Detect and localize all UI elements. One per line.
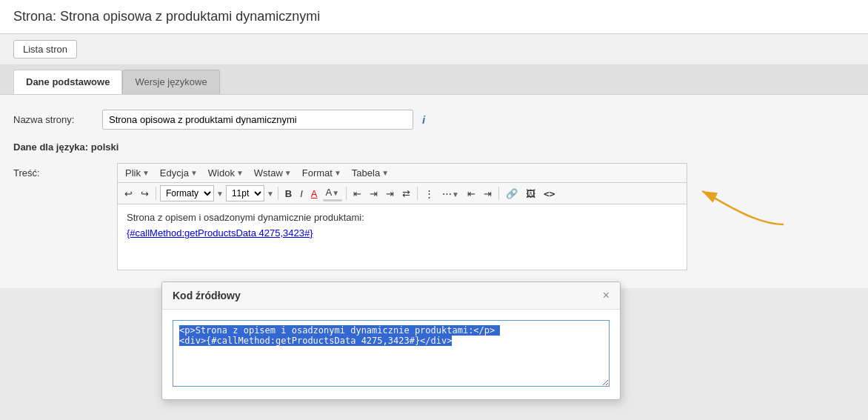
lang-section: Dane dla języka: polski [13, 141, 855, 153]
editor-container: Plik ▼ Edycja ▼ Widok ▼ Wstaw ▼ [117, 163, 687, 270]
nazwa-strony-label: Nazwa strony: [13, 114, 102, 125]
tabs-row: Dane podstawowe Wersje językowe [0, 65, 868, 95]
lang-label: Dane dla języka: polski [13, 141, 855, 153]
editor-menubar: Plik ▼ Edycja ▼ Widok ▼ Wstaw ▼ [117, 163, 687, 182]
font-size-select[interactable]: 11pt [226, 185, 264, 201]
undo-button[interactable]: ↩ [121, 187, 136, 201]
dialog-body: <span class="selected-text"><p>Strona z … [162, 310, 620, 399]
editor-line-2: {#callMethod:getProductsData 4275,3423#} [127, 227, 678, 239]
plik-chevron: ▼ [142, 169, 150, 177]
page-title: Strona: Strona opisowa z produktami dyna… [0, 0, 868, 34]
tabela-chevron: ▼ [381, 169, 389, 177]
dialog-header: Kod źródłowy × [162, 282, 620, 310]
source-textarea[interactable]: <span class="selected-text"><p>Strona z … [173, 320, 610, 387]
tab-dane-podstawowe[interactable]: Dane podstawowe [13, 70, 122, 94]
widok-chevron: ▼ [236, 169, 244, 177]
italic-button[interactable]: I [297, 187, 306, 201]
align-left-button[interactable]: ⇤ [350, 187, 364, 201]
editor-link: {#callMethod:getProductsData 4275,3423#} [127, 227, 313, 239]
arrow-svg [695, 184, 791, 228]
tresc-row: Treść: Plik ▼ Edycja ▼ Widok ▼ [13, 163, 855, 270]
formaty-select[interactable]: Formaty [160, 185, 214, 201]
separator-3 [346, 187, 347, 200]
link-button[interactable]: 🔗 [503, 187, 521, 201]
wstaw-chevron: ▼ [284, 169, 292, 177]
format-chevron: ▼ [334, 169, 341, 177]
edycja-chevron: ▼ [190, 169, 198, 177]
ul-button[interactable]: ⋮ [421, 187, 437, 201]
menu-edycja[interactable]: Edycja ▼ [157, 166, 201, 180]
align-right-button[interactable]: ⇥ [383, 187, 397, 201]
editor-toolbar: ↩ ↪ Formaty ▼ 11pt ▼ B I A A▼ [117, 182, 687, 204]
nazwa-strony-input[interactable] [102, 110, 413, 130]
outdent-button[interactable]: ⇤ [464, 187, 478, 201]
align-center-button[interactable]: ⇥ [367, 187, 381, 201]
menu-plik[interactable]: Plik ▼ [122, 166, 153, 180]
color-chevron: ▼ [332, 189, 339, 197]
ol-chevron: ▼ [452, 190, 459, 199]
menu-format[interactable]: Format ▼ [299, 166, 344, 180]
menu-wstaw[interactable]: Wstaw ▼ [251, 166, 295, 180]
image-button[interactable]: 🖼 [523, 187, 538, 201]
source-button[interactable]: <> [541, 187, 558, 201]
info-icon: i [422, 113, 425, 126]
redo-button[interactable]: ↪ [138, 187, 152, 201]
editor-line-1: Strona z opisem i osadzonymi dynamicznie… [127, 212, 678, 223]
fontsize-chevron: ▼ [267, 190, 274, 198]
dialog-close-button[interactable]: × [603, 290, 610, 301]
formaty-chevron: ▼ [216, 190, 224, 198]
arrow-container [695, 184, 791, 230]
align-justify-button[interactable]: ⇄ [399, 187, 413, 201]
menu-widok[interactable]: Widok ▼ [205, 166, 247, 180]
dialog-title: Kod źródłowy [173, 290, 241, 301]
separator-4 [417, 187, 418, 200]
tresc-label: Treść: [13, 163, 73, 179]
page-title-text: Strona: Strona opisowa z produktami dyna… [13, 9, 320, 24]
nazwa-strony-row: Nazwa strony: i [13, 110, 855, 130]
separator-1 [156, 187, 156, 200]
kod-zrodlowy-dialog: Kod źródłowy × <span class="selected-tex… [161, 281, 621, 400]
font-color-button[interactable]: A [308, 187, 321, 201]
tab-wersje-jezykowe[interactable]: Wersje językowe [122, 70, 219, 94]
top-toolbar: Lista stron [0, 34, 868, 65]
indent-button[interactable]: ⇥ [481, 187, 495, 201]
bg-color-button[interactable]: A▼ [323, 185, 343, 201]
menu-tabela[interactable]: Tabela ▼ [349, 166, 392, 180]
editor-body[interactable]: Strona z opisem i osadzonymi dynamicznie… [117, 204, 687, 270]
separator-5 [498, 187, 499, 200]
content-area: Nazwa strony: i Dane dla języka: polski … [0, 95, 868, 288]
separator-2 [278, 187, 278, 200]
dialog-overlay: Kod źródłowy × <span class="selected-tex… [117, 281, 621, 400]
lista-stron-button[interactable]: Lista stron [13, 40, 77, 59]
bold-button[interactable]: B [282, 187, 295, 201]
ol-button[interactable]: ⋯▼ [439, 187, 462, 201]
